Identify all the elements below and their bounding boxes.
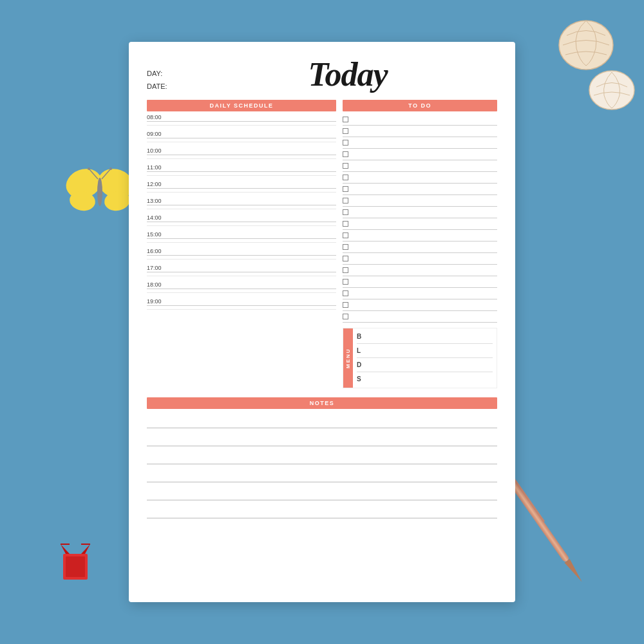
- day-label: DAY:: [147, 68, 198, 80]
- time-label-14: 14:00: [147, 214, 336, 221]
- todo-checkbox[interactable]: [343, 163, 348, 169]
- todo-column: TO DO MENU: [343, 100, 497, 388]
- todo-checkbox[interactable]: [343, 221, 348, 227]
- menu-item-b[interactable]: B: [357, 330, 493, 344]
- time-label-11: 11:00: [147, 164, 336, 171]
- todo-item[interactable]: [343, 137, 497, 149]
- time-label-17: 17:00: [147, 265, 336, 271]
- svg-point-4: [97, 178, 102, 206]
- todo-header: TO DO: [343, 100, 497, 111]
- todo-checkbox[interactable]: [343, 140, 348, 146]
- notes-line[interactable]: [147, 467, 497, 482]
- todo-checkbox[interactable]: [343, 279, 348, 285]
- time-label-16: 16:00: [147, 248, 336, 254]
- menu-label: MENU: [343, 328, 353, 388]
- menu-item-l[interactable]: L: [357, 344, 493, 358]
- shell-decoration-2: [586, 64, 638, 113]
- menu-item-s[interactable]: S: [357, 372, 493, 386]
- todo-checkbox[interactable]: [343, 209, 348, 215]
- menu-letter-s: S: [357, 375, 361, 383]
- todo-item[interactable]: [343, 126, 497, 137]
- schedule-time-13: 13:00: [147, 198, 336, 213]
- time-label-08: 08:00: [147, 114, 336, 120]
- todo-item[interactable]: [343, 160, 497, 172]
- menu-letter-b: B: [357, 333, 361, 340]
- todo-item[interactable]: [343, 114, 497, 126]
- menu-letter-d: D: [357, 361, 361, 368]
- planner-paper: DAY: DATE: Today DAILY SCHEDULE 08:00 09…: [129, 42, 515, 602]
- notes-line[interactable]: [147, 485, 497, 500]
- notes-line[interactable]: [147, 413, 497, 428]
- schedule-time-14: 14:00: [147, 214, 336, 230]
- todo-checkbox[interactable]: [343, 244, 348, 250]
- todo-item[interactable]: [343, 311, 497, 323]
- schedule-time-10: 10:00: [147, 147, 336, 163]
- notes-line[interactable]: [147, 449, 497, 464]
- todo-item[interactable]: [343, 253, 497, 265]
- todo-checkbox[interactable]: [343, 256, 348, 261]
- schedule-time-16: 16:00: [147, 248, 336, 263]
- todo-item[interactable]: [343, 299, 497, 311]
- notes-lines: [147, 413, 497, 518]
- todo-checkbox[interactable]: [343, 267, 348, 273]
- schedule-time-08: 08:00: [147, 114, 336, 129]
- shell-decoration-1: [554, 13, 618, 71]
- todo-item[interactable]: [343, 276, 497, 288]
- header-section: DAY: DATE: Today: [147, 61, 497, 93]
- time-label-15: 15:00: [147, 231, 336, 238]
- date-label: DATE:: [147, 80, 198, 93]
- todo-item[interactable]: [343, 149, 497, 160]
- menu-letter-l: L: [357, 347, 361, 354]
- menu-items-list: B L D S: [353, 328, 497, 388]
- todo-checkbox[interactable]: [343, 151, 348, 157]
- notes-header: NOTES: [147, 397, 497, 409]
- todo-checkbox[interactable]: [343, 290, 348, 296]
- todo-checkbox[interactable]: [343, 198, 348, 204]
- notes-line[interactable]: [147, 503, 497, 518]
- schedule-time-12: 12:00: [147, 181, 336, 196]
- notes-section: NOTES: [147, 397, 497, 518]
- schedule-time-17: 17:00: [147, 265, 336, 280]
- notes-line[interactable]: [147, 431, 497, 446]
- todo-item[interactable]: [343, 207, 497, 218]
- todo-item[interactable]: [343, 265, 497, 276]
- time-label-09: 09:00: [147, 131, 336, 137]
- schedule-time-09: 09:00: [147, 131, 336, 146]
- todo-item[interactable]: [343, 242, 497, 253]
- svg-rect-10: [66, 556, 85, 577]
- time-label-13: 13:00: [147, 198, 336, 204]
- svg-point-6: [88, 167, 90, 170]
- time-label-18: 18:00: [147, 281, 336, 288]
- todo-checkbox[interactable]: [343, 232, 348, 238]
- todo-checkbox[interactable]: [343, 175, 348, 180]
- schedule-header: DAILY SCHEDULE: [147, 100, 336, 111]
- todo-checkbox[interactable]: [343, 128, 348, 134]
- time-label-19: 19:00: [147, 298, 336, 305]
- butterfly-decoration: [64, 161, 135, 219]
- time-label-12: 12:00: [147, 181, 336, 187]
- binder-clip-decoration: [58, 541, 93, 586]
- todo-checkbox[interactable]: [343, 117, 348, 122]
- page-title: Today: [198, 58, 497, 91]
- todo-item[interactable]: [343, 230, 497, 242]
- schedule-time-18: 18:00: [147, 281, 336, 297]
- day-date-labels: DAY: DATE:: [147, 68, 198, 93]
- todo-item[interactable]: [343, 195, 497, 207]
- schedule-time-15: 15:00: [147, 231, 336, 247]
- todo-checkbox[interactable]: [343, 302, 348, 308]
- todo-checkbox[interactable]: [343, 186, 348, 192]
- todo-item[interactable]: [343, 172, 497, 184]
- time-label-10: 10:00: [147, 147, 336, 154]
- schedule-time-19: 19:00: [147, 298, 336, 314]
- todo-item[interactable]: [343, 184, 497, 195]
- schedule-time-11: 11:00: [147, 164, 336, 180]
- daily-schedule-column: DAILY SCHEDULE 08:00 09:00 10:00 11:00: [147, 100, 336, 388]
- main-columns: DAILY SCHEDULE 08:00 09:00 10:00 11:00: [147, 100, 497, 388]
- svg-point-8: [109, 167, 112, 170]
- menu-item-d[interactable]: D: [357, 358, 493, 372]
- todo-item[interactable]: [343, 288, 497, 299]
- todo-checkbox[interactable]: [343, 314, 348, 319]
- todo-item[interactable]: [343, 218, 497, 230]
- svg-marker-16: [564, 559, 584, 584]
- menu-section: MENU B L D S: [343, 328, 497, 388]
